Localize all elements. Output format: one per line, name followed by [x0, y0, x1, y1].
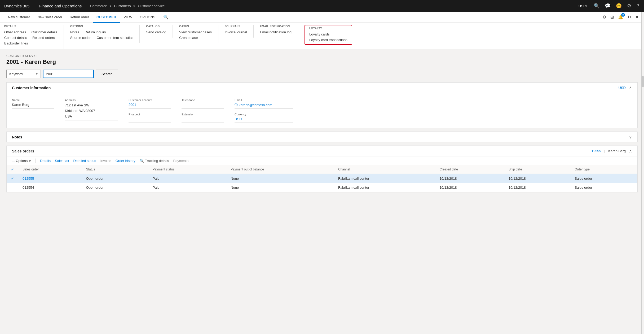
sales-tax-button[interactable]: Sales tax: [55, 159, 69, 163]
customize-icon[interactable]: ⚙: [601, 13, 607, 21]
payments-button[interactable]: Payments: [173, 159, 188, 163]
sales-orders-panel-header[interactable]: Sales orders 012555 | Karen Berg ∧: [7, 146, 637, 156]
settings-icon[interactable]: ⚙: [625, 3, 633, 9]
command-items-loyalty: Loyalty cards Loyalty card transactions: [309, 32, 347, 42]
cmd-loyalty-card-transactions[interactable]: Loyalty card transactions: [309, 38, 347, 42]
search-input[interactable]: [43, 70, 94, 78]
email-value: ⓘ karenb@contoso.com: [235, 103, 293, 109]
currency-value[interactable]: USD: [235, 117, 293, 123]
panel-collapse-icon[interactable]: ∧: [629, 85, 632, 90]
cmd-related-orders[interactable]: Related orders: [32, 35, 55, 40]
cmd-invoice-journal[interactable]: Invoice journal: [225, 30, 247, 34]
col-payment-status[interactable]: Payment status: [148, 165, 227, 174]
breadcrumb-customer-service[interactable]: Customer service: [138, 4, 165, 8]
ribbon-bar: New customer New sales order Return orde…: [0, 12, 644, 23]
brand-fo[interactable]: Finance and Operations: [34, 4, 87, 8]
col-sales-order[interactable]: Sales order: [18, 165, 82, 174]
sales-collapse-icon[interactable]: ∧: [629, 148, 632, 154]
tab-new-sales-order[interactable]: New sales order: [34, 12, 66, 23]
section-header-journals: JOURNALS: [225, 25, 247, 28]
invoice-button[interactable]: Invoice: [100, 159, 111, 163]
cell-checkbox: ✓: [7, 174, 18, 183]
account-value[interactable]: 2001: [129, 103, 171, 109]
keyword-select[interactable]: Keyword ∨: [6, 70, 41, 78]
field-email-block: Email ⓘ karenb@contoso.com Currency USD: [235, 98, 293, 123]
order-history-button[interactable]: Order history: [116, 159, 135, 163]
table-row[interactable]: ✓ 012555 Open order Paid None Fabrikam c…: [7, 174, 637, 183]
col-order-type[interactable]: Order type: [570, 165, 637, 174]
col-channel[interactable]: Channel: [334, 165, 435, 174]
refresh-icon[interactable]: ↻: [627, 13, 632, 21]
sales-panel-right: 012555 | Karen Berg ∧: [589, 148, 632, 154]
command-items-options: Notes Return inquiry Source codes Custom…: [70, 30, 133, 40]
tracking-details-button[interactable]: 🔍 Tracking details: [140, 159, 169, 163]
vertical-scrollbar[interactable]: [641, 12, 644, 201]
cmd-customer-item-stats[interactable]: Customer item statistics: [96, 35, 133, 40]
command-section-details: DETAILS Other address Customer details C…: [4, 25, 64, 49]
brand-d365[interactable]: Dynamics 365: [3, 4, 34, 8]
cell-channel: Fabrikam call center: [334, 174, 435, 183]
notifications-icon[interactable]: 🔔 0: [617, 13, 624, 21]
divider: |: [604, 149, 605, 153]
cmd-backorder-lines[interactable]: Backorder lines: [4, 41, 28, 46]
telephone-value: [182, 103, 224, 109]
currency-label: Currency: [235, 113, 293, 116]
cmd-other-address[interactable]: Other address: [4, 30, 26, 34]
ribbon-search-icon[interactable]: 🔍: [161, 15, 171, 20]
cmd-create-case[interactable]: Create case: [179, 35, 198, 40]
cmd-customer-details[interactable]: Customer details: [31, 30, 57, 34]
table-row[interactable]: 012554 Open order Paid None Fabrikam cal…: [7, 183, 637, 192]
profile-icon[interactable]: 😊: [614, 3, 623, 9]
command-section-cases: CASES View customer cases Create case: [179, 25, 218, 43]
details-button[interactable]: Details: [40, 159, 51, 163]
notes-panel: Notes ∨: [6, 132, 638, 142]
apps-icon[interactable]: ⊞: [609, 13, 615, 21]
section-header-email: EMAIL NOTIFICATION: [260, 25, 292, 28]
breadcrumb-commerce[interactable]: Commerce: [90, 4, 107, 8]
options-button[interactable]: ··· Options ∨: [12, 159, 31, 163]
cmd-return-inquiry[interactable]: Return inquiry: [85, 30, 106, 34]
cell-order-id[interactable]: 012555: [18, 174, 82, 183]
cmd-view-customer-cases[interactable]: View customer cases: [179, 30, 212, 34]
tab-new-customer[interactable]: New customer: [4, 12, 34, 23]
cell-created-date: 10/12/2018: [435, 174, 504, 183]
sales-order-link[interactable]: 012555: [589, 149, 601, 153]
help-icon[interactable]: ?: [635, 3, 641, 9]
field-account-block: Customer account 2001 Prospect: [129, 98, 171, 123]
toolbar-separator: [36, 159, 36, 163]
cmd-contact-details[interactable]: Contact details: [4, 35, 27, 40]
cmd-email-notification-log[interactable]: Email notification log: [260, 30, 292, 34]
panel-header-right: USD ∧: [619, 85, 632, 90]
notes-collapse-icon[interactable]: ∨: [629, 134, 632, 139]
currency-link[interactable]: USD: [619, 86, 626, 90]
breadcrumb-customers[interactable]: Customers: [114, 4, 131, 8]
notes-panel-header[interactable]: Notes ∨: [7, 132, 637, 142]
command-section-options: OPTIONS Notes Return inquiry Source code…: [70, 25, 140, 43]
chat-icon[interactable]: 💬: [603, 3, 612, 9]
detailed-status-button[interactable]: Detailed status: [73, 159, 96, 163]
cell-order-id[interactable]: 012554: [18, 183, 82, 192]
sales-orders-panel: Sales orders 012555 | Karen Berg ∧ ··· O…: [6, 146, 638, 192]
page-subtitle: CUSTOMER SERVICE: [6, 54, 638, 57]
scrollbar-thumb[interactable]: [642, 76, 644, 87]
tab-return-order[interactable]: Return order: [66, 12, 93, 23]
search-button[interactable]: Search: [96, 70, 118, 78]
customer-info-panel-header[interactable]: Customer information USD ∧: [7, 83, 637, 93]
email-label: Email: [235, 98, 293, 102]
search-icon[interactable]: 🔍: [592, 3, 601, 9]
tab-options[interactable]: OPTIONS: [136, 12, 159, 23]
cmd-notes[interactable]: Notes: [70, 30, 79, 34]
close-icon[interactable]: ✕: [634, 13, 640, 21]
address-line2: Kirkland, WA 98007: [65, 109, 95, 113]
cmd-send-catalog[interactable]: Send catalog: [146, 30, 166, 34]
col-payment-balance[interactable]: Payment out of balance: [226, 165, 334, 174]
col-ship-date[interactable]: Ship date: [504, 165, 570, 174]
cmd-source-codes[interactable]: Source codes: [70, 35, 91, 40]
col-status[interactable]: Status: [82, 165, 148, 174]
email-link[interactable]: karenb@contoso.com: [239, 103, 272, 107]
tab-view[interactable]: VIEW: [120, 12, 136, 23]
col-created-date[interactable]: Created date: [435, 165, 504, 174]
command-section-email: EMAIL NOTIFICATION Email notification lo…: [260, 25, 298, 38]
tab-customer[interactable]: CUSTOMER: [93, 12, 120, 23]
cmd-loyalty-cards[interactable]: Loyalty cards: [309, 32, 330, 37]
